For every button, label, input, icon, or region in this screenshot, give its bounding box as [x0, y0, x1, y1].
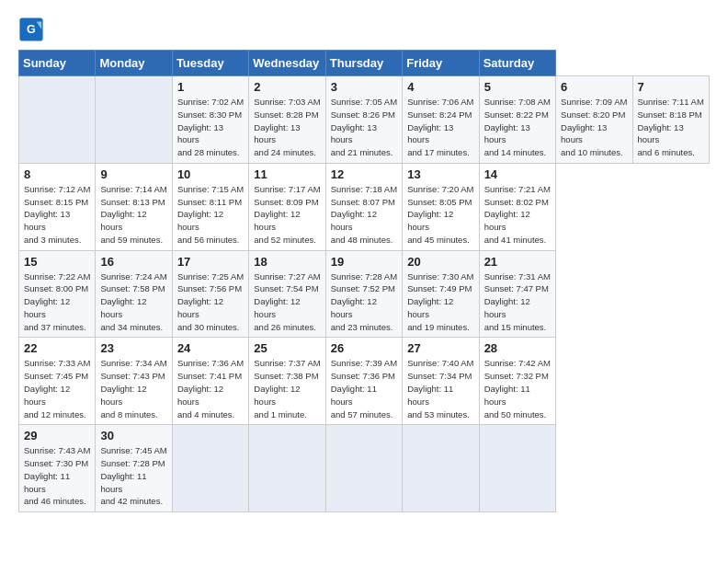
day-info: Sunrise: 7:12 AM Sunset: 8:15 PM Dayligh…: [24, 183, 90, 247]
calendar-cell: [172, 425, 248, 512]
day-number: 2: [254, 80, 320, 94]
header-cell-monday: Monday: [96, 51, 172, 76]
day-info: Sunrise: 7:18 AM Sunset: 8:07 PM Dayligh…: [331, 183, 397, 247]
day-number: 15: [24, 255, 90, 269]
day-number: 9: [100, 167, 166, 181]
day-info: Sunrise: 7:14 AM Sunset: 8:13 PM Dayligh…: [100, 183, 166, 247]
calendar-cell: 5Sunrise: 7:08 AM Sunset: 8:22 PM Daylig…: [479, 76, 555, 164]
calendar-page: G SundayMondayTuesdayWednesdayThursdayFr…: [0, 0, 728, 563]
header-cell-tuesday: Tuesday: [172, 51, 248, 76]
day-info: Sunrise: 7:09 AM Sunset: 8:20 PM Dayligh…: [561, 96, 627, 159]
calendar-cell: 28Sunrise: 7:42 AM Sunset: 7:32 PM Dayli…: [479, 338, 555, 425]
calendar-cell: 10Sunrise: 7:15 AM Sunset: 8:11 PM Dayli…: [172, 163, 248, 250]
calendar-cell: 19Sunrise: 7:28 AM Sunset: 7:52 PM Dayli…: [325, 250, 402, 338]
day-number: 23: [100, 341, 166, 355]
calendar-cell: 9Sunrise: 7:14 AM Sunset: 8:13 PM Daylig…: [96, 163, 172, 250]
calendar-table: SundayMondayTuesdayWednesdayThursdayFrid…: [18, 50, 710, 512]
calendar-cell: 24Sunrise: 7:36 AM Sunset: 7:41 PM Dayli…: [172, 338, 248, 425]
day-info: Sunrise: 7:02 AM Sunset: 8:30 PM Dayligh…: [177, 96, 244, 159]
day-info: Sunrise: 7:31 AM Sunset: 7:47 PM Dayligh…: [484, 270, 551, 334]
day-info: Sunrise: 7:43 AM Sunset: 7:30 PM Dayligh…: [24, 444, 90, 508]
day-number: 24: [177, 341, 244, 355]
calendar-cell: 7Sunrise: 7:11 AM Sunset: 8:18 PM Daylig…: [632, 76, 710, 164]
header-cell-wednesday: Wednesday: [249, 51, 325, 76]
calendar-cell: 6Sunrise: 7:09 AM Sunset: 8:20 PM Daylig…: [556, 76, 632, 164]
day-number: 13: [407, 167, 473, 181]
day-info: Sunrise: 7:03 AM Sunset: 8:28 PM Dayligh…: [254, 96, 320, 159]
day-info: Sunrise: 7:17 AM Sunset: 8:09 PM Dayligh…: [254, 183, 320, 247]
calendar-cell: 22Sunrise: 7:33 AM Sunset: 7:45 PM Dayli…: [19, 338, 96, 425]
header-row: SundayMondayTuesdayWednesdayThursdayFrid…: [19, 51, 710, 76]
calendar-cell: 2Sunrise: 7:03 AM Sunset: 8:28 PM Daylig…: [249, 76, 325, 164]
day-info: Sunrise: 7:22 AM Sunset: 8:00 PM Dayligh…: [24, 270, 90, 334]
calendar-cell: 27Sunrise: 7:40 AM Sunset: 7:34 PM Dayli…: [403, 338, 479, 425]
day-info: Sunrise: 7:28 AM Sunset: 7:52 PM Dayligh…: [331, 270, 397, 334]
day-info: Sunrise: 7:27 AM Sunset: 7:54 PM Dayligh…: [254, 270, 320, 334]
day-number: 30: [100, 429, 166, 442]
calendar-cell: 4Sunrise: 7:06 AM Sunset: 8:24 PM Daylig…: [403, 76, 479, 164]
calendar-week-4: 22Sunrise: 7:33 AM Sunset: 7:45 PM Dayli…: [19, 338, 710, 425]
calendar-cell: [249, 425, 325, 512]
calendar-week-3: 15Sunrise: 7:22 AM Sunset: 8:00 PM Dayli…: [19, 250, 710, 338]
day-info: Sunrise: 7:34 AM Sunset: 7:43 PM Dayligh…: [100, 357, 166, 420]
day-info: Sunrise: 7:05 AM Sunset: 8:26 PM Dayligh…: [331, 96, 397, 159]
day-info: Sunrise: 7:45 AM Sunset: 7:28 PM Dayligh…: [100, 444, 166, 508]
day-info: Sunrise: 7:06 AM Sunset: 8:24 PM Dayligh…: [407, 96, 473, 159]
day-info: Sunrise: 7:15 AM Sunset: 8:11 PM Dayligh…: [177, 183, 244, 247]
day-number: 10: [177, 167, 244, 181]
header-cell-sunday: Sunday: [19, 51, 96, 76]
svg-text:G: G: [27, 23, 36, 36]
day-number: 29: [24, 429, 90, 442]
calendar-cell: 14Sunrise: 7:21 AM Sunset: 8:02 PM Dayli…: [479, 163, 555, 250]
calendar-cell: 21Sunrise: 7:31 AM Sunset: 7:47 PM Dayli…: [479, 250, 555, 338]
day-number: 6: [561, 80, 627, 94]
calendar-week-5: 29Sunrise: 7:43 AM Sunset: 7:30 PM Dayli…: [19, 425, 710, 512]
day-number: 12: [331, 167, 397, 181]
calendar-cell: 23Sunrise: 7:34 AM Sunset: 7:43 PM Dayli…: [96, 338, 172, 425]
day-number: 25: [254, 341, 320, 355]
calendar-cell: 8Sunrise: 7:12 AM Sunset: 8:15 PM Daylig…: [19, 163, 96, 250]
day-info: Sunrise: 7:30 AM Sunset: 7:49 PM Dayligh…: [407, 270, 473, 334]
day-number: 1: [177, 80, 244, 94]
day-info: Sunrise: 7:33 AM Sunset: 7:45 PM Dayligh…: [24, 357, 90, 420]
header-cell-thursday: Thursday: [325, 51, 402, 76]
day-info: Sunrise: 7:40 AM Sunset: 7:34 PM Dayligh…: [407, 357, 473, 420]
day-info: Sunrise: 7:37 AM Sunset: 7:38 PM Dayligh…: [254, 357, 320, 420]
calendar-cell: 12Sunrise: 7:18 AM Sunset: 8:07 PM Dayli…: [325, 163, 402, 250]
day-number: 19: [331, 255, 397, 269]
day-number: 22: [24, 341, 90, 355]
day-info: Sunrise: 7:21 AM Sunset: 8:02 PM Dayligh…: [484, 183, 551, 247]
day-number: 3: [331, 80, 397, 94]
calendar-week-2: 8Sunrise: 7:12 AM Sunset: 8:15 PM Daylig…: [19, 163, 710, 250]
day-number: 18: [254, 255, 320, 269]
calendar-cell: 18Sunrise: 7:27 AM Sunset: 7:54 PM Dayli…: [249, 250, 325, 338]
day-info: Sunrise: 7:36 AM Sunset: 7:41 PM Dayligh…: [177, 357, 244, 420]
calendar-cell: 25Sunrise: 7:37 AM Sunset: 7:38 PM Dayli…: [249, 338, 325, 425]
day-info: Sunrise: 7:24 AM Sunset: 7:58 PM Dayligh…: [100, 270, 166, 334]
header-cell-saturday: Saturday: [479, 51, 555, 76]
header-cell-friday: Friday: [403, 51, 479, 76]
day-number: 28: [484, 341, 551, 355]
calendar-cell: 26Sunrise: 7:39 AM Sunset: 7:36 PM Dayli…: [325, 338, 402, 425]
calendar-cell: [479, 425, 555, 512]
day-number: 5: [484, 80, 551, 94]
logo: G: [18, 17, 48, 42]
calendar-cell: 15Sunrise: 7:22 AM Sunset: 8:00 PM Dayli…: [19, 250, 96, 338]
day-info: Sunrise: 7:42 AM Sunset: 7:32 PM Dayligh…: [484, 357, 551, 420]
calendar-cell: [96, 76, 172, 164]
day-info: Sunrise: 7:39 AM Sunset: 7:36 PM Dayligh…: [331, 357, 397, 420]
logo-icon: G: [18, 17, 44, 42]
day-number: 16: [100, 255, 166, 269]
day-number: 21: [484, 255, 551, 269]
calendar-cell: [403, 425, 479, 512]
calendar-cell: 16Sunrise: 7:24 AM Sunset: 7:58 PM Dayli…: [96, 250, 172, 338]
calendar-week-1: 1Sunrise: 7:02 AM Sunset: 8:30 PM Daylig…: [19, 76, 710, 164]
day-info: Sunrise: 7:11 AM Sunset: 8:18 PM Dayligh…: [638, 96, 705, 159]
day-number: 27: [407, 341, 473, 355]
calendar-cell: 20Sunrise: 7:30 AM Sunset: 7:49 PM Dayli…: [403, 250, 479, 338]
calendar-cell: 30Sunrise: 7:45 AM Sunset: 7:28 PM Dayli…: [96, 425, 172, 512]
calendar-cell: 13Sunrise: 7:20 AM Sunset: 8:05 PM Dayli…: [403, 163, 479, 250]
day-info: Sunrise: 7:08 AM Sunset: 8:22 PM Dayligh…: [484, 96, 551, 159]
calendar-cell: [19, 76, 96, 164]
calendar-cell: 3Sunrise: 7:05 AM Sunset: 8:26 PM Daylig…: [325, 76, 402, 164]
